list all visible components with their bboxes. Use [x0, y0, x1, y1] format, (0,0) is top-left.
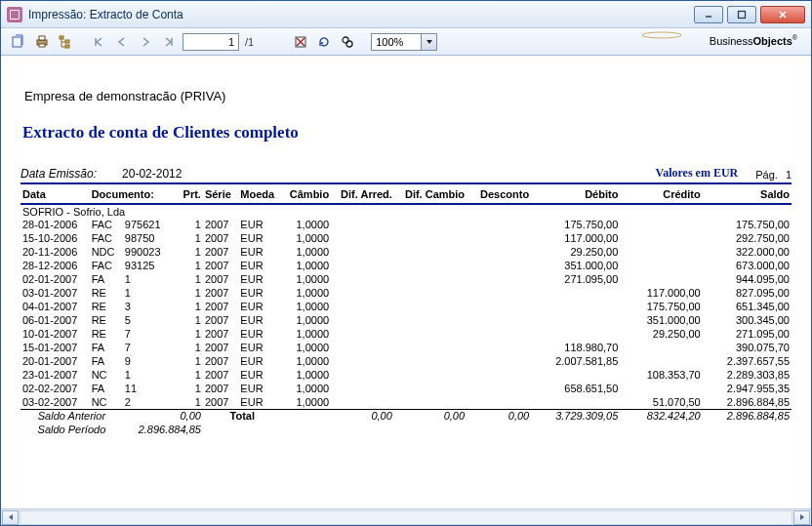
- col-dif-cambio: Dif. Cambio: [394, 184, 467, 204]
- table-row: 15-01-2007FA712007EUR1,0000118.980,70390…: [20, 341, 792, 354]
- table-row: 28-12-2006FAC9312512007EUR1,0000351.000,…: [20, 259, 792, 272]
- total-credito: 832.424,20: [620, 409, 702, 423]
- table-row: 28-01-2006FAC97562112007EUR1,0000175.750…: [20, 218, 792, 231]
- client-name: SOFRIO - Sofrio, Lda: [20, 204, 792, 218]
- svg-rect-10: [65, 45, 69, 48]
- col-cambio: Câmbio: [282, 184, 332, 204]
- table-row: 10-01-2007RE712007EUR1,000029.250,00271.…: [20, 327, 792, 341]
- titlebar: Impressão: Extracto de Conta: [1, 1, 811, 28]
- col-serie: Série: [203, 184, 238, 204]
- total-debito: 3.729.309,05: [531, 409, 620, 423]
- issue-date-value: 20-02-2012: [122, 167, 182, 181]
- zoom-input[interactable]: [371, 33, 422, 51]
- window-buttons: [694, 6, 805, 23]
- svg-rect-6: [39, 36, 45, 40]
- table-row: 03-02-2007NC212007EUR1,000051.070,502.89…: [20, 395, 792, 409]
- scroll-left-button[interactable]: [2, 510, 19, 525]
- saldo-periodo-value: 2.896.884,85: [123, 423, 203, 436]
- header-row: Data Documento: Prt. Série Moeda Câmbio …: [20, 184, 792, 204]
- issue-date-label: Data Emissão:: [20, 167, 97, 181]
- col-desconto: Desconto: [467, 184, 531, 204]
- table-row: 23-01-2007NC112007EUR1,0000108.353,702.2…: [20, 368, 792, 382]
- app-window: Impressão: Extracto de Conta /1: [0, 0, 812, 526]
- page-label: Pág.: [755, 169, 778, 181]
- brand-text-1: Business: [710, 35, 753, 47]
- svg-rect-4: [13, 37, 21, 47]
- svg-rect-9: [65, 40, 69, 43]
- scroll-right-button[interactable]: [793, 510, 810, 525]
- company-name: Empresa de demonstracão (PRIVA): [24, 89, 792, 103]
- table-row: 04-01-2007RE312007EUR1,0000175.750,00651…: [20, 300, 792, 313]
- client-row: SOFRIO - Sofrio, Lda: [20, 204, 792, 218]
- meta-row: Data Emissão: 20-02-2012 Valores em EUR …: [20, 166, 792, 184]
- first-page-button[interactable]: [89, 32, 108, 52]
- close-button[interactable]: [760, 6, 805, 23]
- svg-rect-7: [39, 44, 45, 47]
- svg-point-16: [642, 32, 681, 38]
- table-row: 03-01-2007RE112007EUR1,0000117.000,00827…: [20, 286, 792, 300]
- last-page-button[interactable]: [159, 32, 179, 52]
- col-debito: Débito: [531, 184, 620, 204]
- col-saldo: Saldo: [703, 184, 792, 204]
- export-button[interactable]: [9, 32, 28, 52]
- refresh-button[interactable]: [314, 32, 334, 52]
- table-row: 02-01-2007FA112007EUR1,0000271.095,00944…: [20, 272, 792, 286]
- total-dif-cambio: 0,00: [394, 409, 467, 423]
- period-row: Saldo Período 2.896.884,85: [20, 423, 792, 436]
- table-row: 20-11-2006NDC99002312007EUR1,000029.250,…: [20, 245, 792, 259]
- saldo-anterior-value: 0,00: [123, 409, 203, 423]
- currency-label: Valores em EUR: [656, 166, 739, 181]
- totals-row: Saldo Anterior 0,00 Total 0,00 0,00 0,00…: [20, 409, 792, 423]
- report-title: Extracto de conta de Clientes completo: [22, 123, 792, 142]
- minimize-button[interactable]: [694, 6, 723, 23]
- table-row: 02-02-2007FA1112007EUR1,0000658.651,502.…: [20, 382, 792, 395]
- total-dif-arred: 0,00: [331, 409, 394, 423]
- report-table: Data Documento: Prt. Série Moeda Câmbio …: [20, 184, 792, 436]
- toolbar: /1 BusinessObjects®: [1, 28, 811, 56]
- table-row: 15-10-2006FAC9875012007EUR1,0000117.000,…: [20, 231, 792, 245]
- report-viewport[interactable]: Empresa de demonstracão (PRIVA) Extracto…: [1, 56, 811, 508]
- stop-button[interactable]: [291, 32, 310, 52]
- scroll-track[interactable]: [20, 510, 792, 525]
- app-icon: [7, 7, 22, 22]
- window-title: Impressão: Extracto de Conta: [28, 8, 694, 21]
- page-number: 1: [786, 169, 792, 181]
- next-page-button[interactable]: [136, 32, 155, 52]
- page-number-input[interactable]: [183, 33, 239, 51]
- col-credito: Crédito: [620, 184, 702, 204]
- svg-rect-8: [60, 36, 63, 39]
- page-total-label: /1: [243, 36, 256, 48]
- maximize-button[interactable]: [727, 6, 756, 23]
- print-button[interactable]: [32, 32, 52, 52]
- horizontal-scrollbar[interactable]: [1, 508, 811, 525]
- total-label: Total: [203, 409, 282, 423]
- col-data: Data: [20, 184, 90, 204]
- brand-logo: BusinessObjects®: [609, 31, 803, 53]
- total-desconto: 0,00: [467, 409, 531, 423]
- zoom-control: [371, 33, 437, 51]
- col-dif-arred: Dif. Arred.: [331, 184, 394, 204]
- zoom-dropdown-button[interactable]: [422, 33, 437, 51]
- table-row: 20-01-2007FA912007EUR1,00002.007.581,852…: [20, 354, 792, 368]
- prev-page-button[interactable]: [112, 32, 132, 52]
- report-page: Empresa de demonstracão (PRIVA) Extracto…: [3, 58, 809, 444]
- saldo-anterior-label: Saldo Anterior: [20, 409, 123, 423]
- svg-rect-1: [739, 11, 746, 18]
- search-button[interactable]: [338, 32, 357, 52]
- col-documento: Documento:: [90, 184, 175, 204]
- total-saldo: 2.896.884,85: [703, 409, 792, 423]
- col-moeda: Moeda: [238, 184, 281, 204]
- table-row: 06-01-2007RE512007EUR1,0000351.000,00300…: [20, 313, 792, 327]
- tree-button[interactable]: [56, 32, 75, 52]
- saldo-periodo-label: Saldo Período: [20, 423, 123, 436]
- brand-text-2: Objects: [752, 35, 792, 47]
- col-prt: Prt.: [174, 184, 203, 204]
- svg-point-15: [346, 41, 352, 47]
